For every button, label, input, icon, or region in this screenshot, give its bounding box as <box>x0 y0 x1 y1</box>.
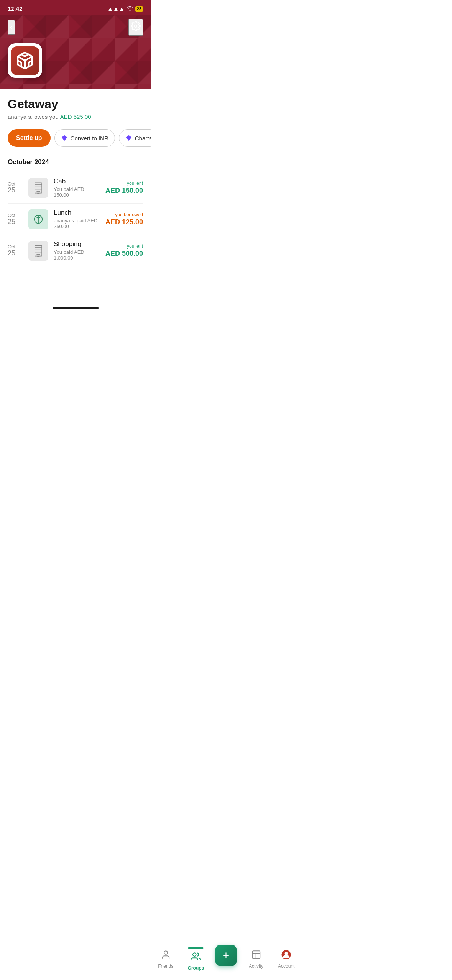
svg-point-10 <box>135 25 137 28</box>
transaction-date: Oct 25 <box>8 244 23 257</box>
status-icons: ▲▲▲ 23 <box>107 5 143 12</box>
transaction-icon-lunch <box>28 209 48 229</box>
charts-button[interactable]: Charts <box>119 129 151 147</box>
hero-section: ‹ <box>0 15 151 89</box>
transaction-amount-lunch: you borrowed AED 125.00 <box>105 212 143 226</box>
diamond-icon-convert <box>61 135 68 141</box>
transaction-list: Oct 25 Cab You paid AED 150.00 you lent <box>8 172 143 266</box>
group-title: Getaway <box>8 97 143 111</box>
home-indicator <box>53 307 99 309</box>
transaction-item[interactable]: Oct 25 Cab You paid AED 150.00 you lent <box>8 172 143 204</box>
owes-amount: AED 525.00 <box>60 113 91 120</box>
diamond-icon-charts <box>125 135 132 141</box>
back-button[interactable]: ‹ <box>8 20 15 35</box>
time: 12:42 <box>8 5 22 12</box>
transaction-date: Oct 25 <box>8 181 23 194</box>
transaction-details-lunch: Lunch ananya s. paid AED 250.00 <box>54 209 100 229</box>
hero-nav: ‹ <box>8 19 143 36</box>
month-header: October 2024 <box>8 158 143 166</box>
transaction-details-cab: Cab You paid AED 150.00 <box>54 178 100 198</box>
signal-icon: ▲▲▲ <box>107 5 125 12</box>
settings-button[interactable] <box>128 19 143 36</box>
settle-up-button[interactable]: Settle up <box>8 129 51 147</box>
wifi-icon <box>127 5 133 12</box>
app-icon <box>8 43 42 78</box>
transaction-item[interactable]: Oct 25 Lunch ananya s. paid AED 250.00 y… <box>8 204 143 235</box>
svg-marker-13 <box>126 135 131 141</box>
transaction-details-shopping: Shopping You paid AED 1,000.00 <box>54 240 100 261</box>
convert-to-inr-button[interactable]: Convert to INR <box>54 129 115 147</box>
owes-text: ananya s. owes you AED 525.00 <box>8 113 143 120</box>
status-bar: 12:42 ▲▲▲ 23 <box>0 0 151 15</box>
transaction-icon-cab <box>28 178 48 198</box>
transaction-date: Oct 25 <box>8 212 23 226</box>
svg-marker-12 <box>61 135 67 141</box>
action-buttons: Settle up Convert to INR Charts <box>8 129 143 147</box>
transaction-amount-cab: you lent AED 150.00 <box>105 181 143 195</box>
main-content: Getaway ananya s. owes you AED 525.00 Se… <box>0 89 151 305</box>
transaction-amount-shopping: you lent AED 500.00 <box>105 243 143 258</box>
transaction-icon-shopping <box>28 241 48 261</box>
transaction-item[interactable]: Oct 25 Shopping You paid AED 1,000.00 yo… <box>8 235 143 266</box>
battery-badge: 23 <box>135 6 143 12</box>
